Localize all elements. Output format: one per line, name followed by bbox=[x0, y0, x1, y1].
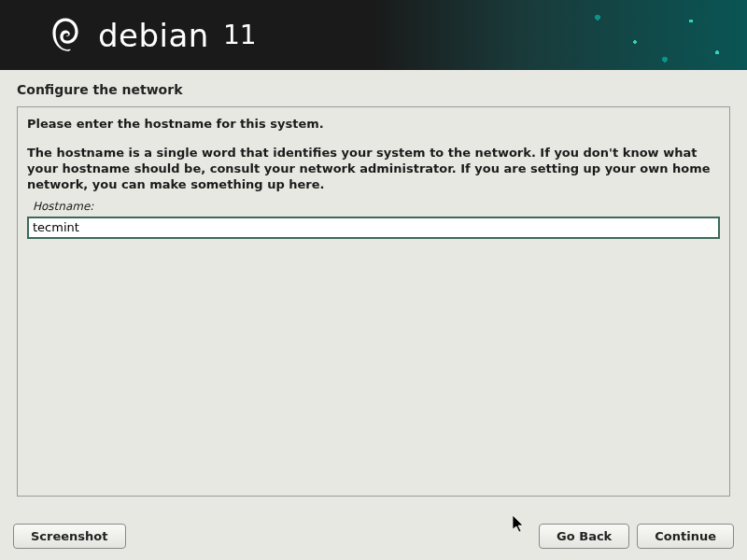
main-panel: Please enter the hostname for this syste… bbox=[17, 106, 730, 497]
version-text: 11 bbox=[223, 20, 257, 50]
screenshot-button[interactable]: Screenshot bbox=[13, 524, 126, 549]
section-title: Configure the network bbox=[17, 82, 730, 97]
go-back-button[interactable]: Go Back bbox=[539, 524, 629, 549]
continue-button[interactable]: Continue bbox=[637, 524, 734, 549]
footer-bar: Screenshot Go Back Continue bbox=[13, 524, 734, 549]
description-text: The hostname is a single word that ident… bbox=[27, 146, 720, 193]
installer-banner: debian 11 bbox=[0, 0, 747, 70]
instruction-text: Please enter the hostname for this syste… bbox=[27, 117, 720, 133]
hostname-input[interactable] bbox=[27, 217, 720, 239]
hostname-label: Hostname: bbox=[33, 200, 720, 213]
debian-swirl-icon bbox=[47, 12, 84, 59]
brand-text: debian bbox=[98, 17, 209, 54]
content-area: Configure the network Please enter the h… bbox=[0, 70, 747, 497]
